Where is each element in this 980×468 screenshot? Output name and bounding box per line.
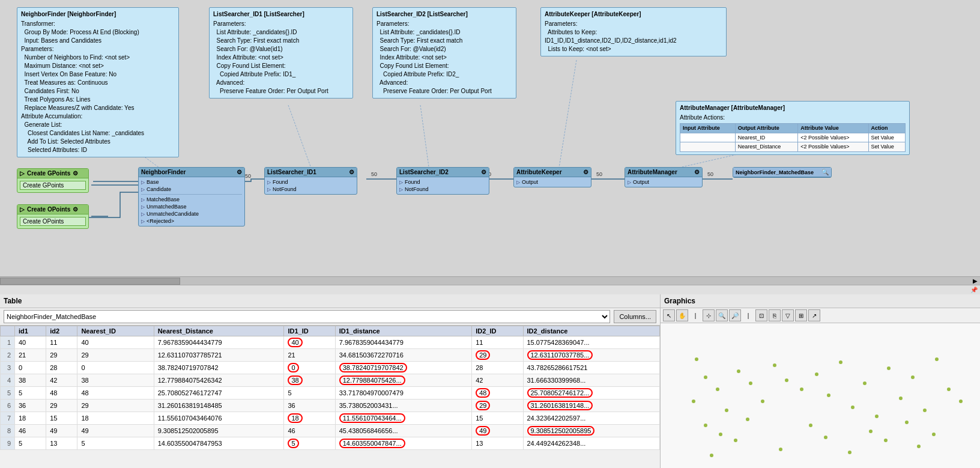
cell-id1: 5: [15, 437, 46, 450]
collapse-gpoints-icon[interactable]: ▷: [20, 170, 25, 177]
scatter-point: [839, 360, 842, 364]
create-gpoints-btn[interactable]: Create GPoints: [20, 181, 86, 190]
listsearcher-id1-tooltip-body: Parameters: List Attribute: _candidates{…: [213, 20, 349, 96]
bottom-panel-body: Table NeighborFinder_MatchedBase Columns…: [0, 294, 980, 468]
col-id2[interactable]: id2: [46, 326, 77, 336]
scatter-point: [827, 394, 830, 397]
am-row-1: Nearest_ID <2 Possible Values> Set Value: [680, 133, 906, 142]
graphics-tool-filter[interactable]: ▽: [782, 309, 794, 321]
cell-id1: 0: [15, 362, 46, 374]
create-opoints-source[interactable]: ▷ Create OPoints ⚙ Create OPoints: [17, 204, 89, 229]
graphics-tool-select[interactable]: ⊹: [703, 309, 715, 321]
listsearcher-id2-node[interactable]: ListSearcher_ID2 ⚙ ▷Found ▷NotFound: [396, 167, 489, 195]
table-data-scroll[interactable]: id1 id2 Nearest_ID Nearest_Distance ID1_…: [0, 326, 660, 458]
gear-nf-icon[interactable]: ⚙: [237, 169, 242, 175]
attributemanager-tooltip-title: AttributeManager [AttributeManager]: [680, 104, 906, 112]
graphics-tool-hand[interactable]: ✋: [676, 309, 688, 321]
port-ls2-notfound: ▷NotFound: [399, 186, 486, 193]
create-gpoints-source[interactable]: ▷ Create GPoints ⚙ Create GPoints: [17, 168, 89, 193]
scatter-point: [716, 387, 719, 391]
gear-gpoints-icon[interactable]: ⚙: [73, 170, 78, 177]
listsearcher-id1-node[interactable]: ListSearcher_ID1 ⚙ ▷Found ▷NotFound: [264, 167, 357, 195]
cell-nearest-id: 5: [77, 437, 154, 450]
table-toolbar: NeighborFinder_MatchedBase Columns...: [0, 308, 660, 326]
graphics-tool-zoom-out[interactable]: 🔎: [729, 309, 741, 321]
scatter-point: [734, 439, 737, 442]
gear-ak-icon[interactable]: ⚙: [583, 169, 588, 175]
port-unmatchedcandidate: ▷UnmatchedCandidate: [141, 210, 242, 217]
table-header-label: Table: [4, 297, 22, 305]
gear-am-icon[interactable]: ⚙: [694, 169, 700, 175]
create-opoints-btn[interactable]: Create OPoints: [20, 217, 86, 226]
col-id1-distance[interactable]: ID1_distance: [335, 326, 471, 336]
port-unmatchedbase: ▷UnmatchedBase: [141, 203, 242, 210]
cell-id1-id: 38: [284, 374, 335, 387]
scatter-point: [911, 375, 915, 379]
col-id2-distance[interactable]: ID2_distance: [523, 326, 660, 336]
cell-nearest-id: 49: [77, 425, 154, 437]
table-row: 221292912.6311070377857212134.6815036722…: [1, 349, 660, 362]
graphics-tool-copy[interactable]: ⎘: [769, 309, 781, 321]
cell-id2-dist: 9.308512502005895: [523, 425, 660, 437]
canvas-scrollbar-thumb[interactable]: [0, 278, 180, 285]
neighborfinder-matchedbase-node[interactable]: NeighborFinder_MatchedBase 🔍: [733, 167, 832, 178]
gear-opoints-icon[interactable]: ⚙: [73, 206, 78, 213]
graphics-tool-pointer[interactable]: ↖: [663, 309, 675, 321]
pin-icon[interactable]: 📌: [970, 287, 978, 293]
columns-button[interactable]: Columns...: [614, 310, 656, 323]
neighborfinder-node[interactable]: NeighborFinder ⚙ ▷Base ▷Candidate ▷Match…: [138, 167, 245, 226]
cell-id1-dist: 38.78240719707842: [335, 362, 471, 374]
cell-id2-id: 49: [472, 425, 523, 437]
scatter-point: [800, 387, 803, 391]
graphics-canvas: [661, 323, 980, 468]
graphics-tool-grid[interactable]: ⊞: [795, 309, 807, 321]
attribute-manager-table: Input Attribute Output Attribute Attribu…: [680, 123, 906, 152]
cell-id1-dist: 11.556107043464...: [335, 412, 471, 425]
cell-id2-id: 15: [472, 412, 523, 425]
cell-id1-dist: 45.438056846656...: [335, 425, 471, 437]
port-matchedbase: ▷MatchedBase: [141, 196, 242, 203]
scatter-point: [869, 430, 873, 433]
canvas-scrollbar[interactable]: ▶: [0, 276, 980, 285]
graphics-tool-zoom-in[interactable]: 🔍: [716, 309, 728, 321]
am-col-input: Input Attribute: [680, 124, 736, 133]
attributemanager-tooltip: AttributeManager [AttributeManager] Attr…: [676, 101, 910, 155]
am-col-action: Action: [868, 124, 906, 133]
collapse-opoints-icon[interactable]: ▷: [20, 206, 25, 213]
listsearcher-id1-tooltip-title: ListSearcher_ID1 [ListSearcher]: [213, 10, 349, 19]
scroll-right-btn[interactable]: ▶: [973, 278, 978, 284]
gear-ls1-icon[interactable]: ⚙: [349, 169, 354, 175]
scatter-point: [785, 378, 788, 382]
table-section: Table NeighborFinder_MatchedBase Columns…: [0, 294, 661, 468]
attributekeeper-tooltip-title: AttributeKeeper [AttributeKeeper]: [545, 10, 722, 19]
scatter-point: [692, 400, 695, 403]
graphics-tool-export[interactable]: ↗: [808, 309, 820, 321]
scatter-point: [905, 421, 909, 424]
scatter-point: [719, 433, 722, 436]
col-id1[interactable]: id1: [15, 326, 46, 336]
bottom-panel: 📌 Table NeighborFinder_MatchedBase Colum…: [0, 285, 980, 468]
cell-rownum: 3: [1, 362, 15, 374]
create-gpoints-title: ▷ Create GPoints ⚙: [17, 169, 88, 178]
scatter-point: [947, 387, 951, 391]
cell-id1-dist: 12.779884075426...: [335, 374, 471, 387]
col-nearest-id[interactable]: Nearest_ID: [77, 326, 154, 336]
cell-id2-id: 48: [472, 387, 523, 400]
neighborfinder-node-title: NeighborFinder ⚙: [139, 168, 244, 177]
table-row: 718151811.5561070434640761811.5561070434…: [1, 412, 660, 425]
gear-ls2-icon[interactable]: ⚙: [481, 169, 486, 175]
scatter-point: [923, 409, 927, 412]
table-header: Table: [0, 294, 660, 308]
col-nearest-distance[interactable]: Nearest_Distance: [154, 326, 284, 336]
col-id2-id[interactable]: ID2_ID: [472, 326, 523, 336]
graphics-tool-fit[interactable]: ⊡: [755, 309, 767, 321]
svg-line-10: [558, 60, 576, 171]
cell-id2: 49: [46, 425, 77, 437]
col-id1-id[interactable]: ID1_ID: [284, 326, 335, 336]
listsearcher-id1-ports: ▷Found ▷NotFound: [265, 177, 357, 194]
attributemanager-node[interactable]: AttributeManager ⚙ ▷Output: [625, 167, 703, 187]
search-nf-icon[interactable]: 🔍: [821, 169, 829, 175]
table-name-select[interactable]: NeighborFinder_MatchedBase: [4, 310, 610, 323]
attributekeeper-node[interactable]: AttributeKeeper ⚙ ▷Output: [513, 167, 591, 187]
attributekeeper-node-label: AttributeKeeper: [516, 169, 562, 175]
